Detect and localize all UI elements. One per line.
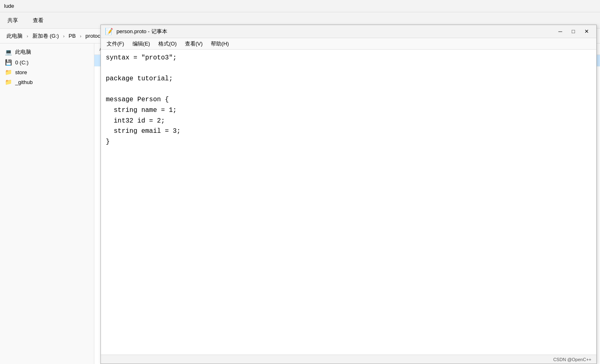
breadcrumb-sep-2: › [79,34,82,39]
sidebar-item-github[interactable]: 📁 _github [0,77,94,87]
breadcrumb-item-drive[interactable]: 新加卷 (G:) [30,32,62,41]
sidebar-c-label: 0 (C:) [15,59,29,66]
github-folder-icon: 📁 [5,79,12,85]
statusbar-text: CSDN @OpenC++ [553,357,591,362]
notepad-statusbar: CSDN @OpenC++ [101,355,596,364]
breadcrumb-pc-label: 此电脑 [7,32,23,40]
sidebar: 💻 此电脑 💾 0 (C:) 📁 store 📁 _github [0,43,94,364]
notepad-icon: 📝 [105,27,113,35]
store-folder-icon: 📁 [5,69,12,75]
sidebar-item-store[interactable]: 📁 store [0,67,94,77]
pc-icon: 💻 [5,49,12,55]
notepad-titlebar: 📝 person.proto - 记事本 ─ □ ✕ [101,25,596,38]
breadcrumb-sep-1: › [62,34,66,39]
window-title: lude [4,3,14,9]
sidebar-store-label: store [15,69,27,75]
breadcrumb-item-pb[interactable]: PB [66,32,78,40]
sidebar-github-label: _github [15,79,33,85]
close-button[interactable]: ✕ [581,27,592,36]
notepad-window: 📝 person.proto - 记事本 ─ □ ✕ 文件(F) 编辑(E) 格… [100,25,597,364]
breadcrumb-pb-label: PB [68,33,75,39]
notepad-titlebar-buttons: ─ □ ✕ [554,27,592,36]
sidebar-item-c-drive[interactable]: 💾 0 (C:) [0,57,94,67]
breadcrumb-sep-0: › [26,34,29,39]
menu-file[interactable]: 文件(F) [103,39,128,49]
notepad-menubar: 文件(F) 编辑(E) 格式(O) 查看(V) 帮助(H) [101,38,596,50]
minimize-button[interactable]: ─ [554,27,566,36]
c-drive-icon: 💾 [5,59,12,66]
menu-edit[interactable]: 编辑(E) [129,39,153,49]
menu-format[interactable]: 格式(O) [155,39,180,49]
sidebar-item-pc[interactable]: 💻 此电脑 [0,47,94,57]
breadcrumb-item-pc[interactable]: 此电脑 [4,32,25,41]
view-button[interactable]: 查看 [30,15,47,26]
explorer-window: lude 共享 查看 此电脑 › 新加卷 (G:) › PB › protoc-… [0,0,600,364]
title-bar: lude [0,0,600,12]
sidebar-pc-label: 此电脑 [15,48,31,56]
menu-help[interactable]: 帮助(H) [208,39,232,49]
menu-view[interactable]: 查看(V) [182,39,206,49]
share-button[interactable]: 共享 [4,15,21,26]
breadcrumb-drive-label: 新加卷 (G:) [32,32,59,40]
notepad-title: person.proto - 记事本 [116,28,551,35]
notepad-content[interactable]: syntax = "proto3"; package tutorial; mes… [101,50,596,355]
maximize-button[interactable]: □ [568,27,579,36]
